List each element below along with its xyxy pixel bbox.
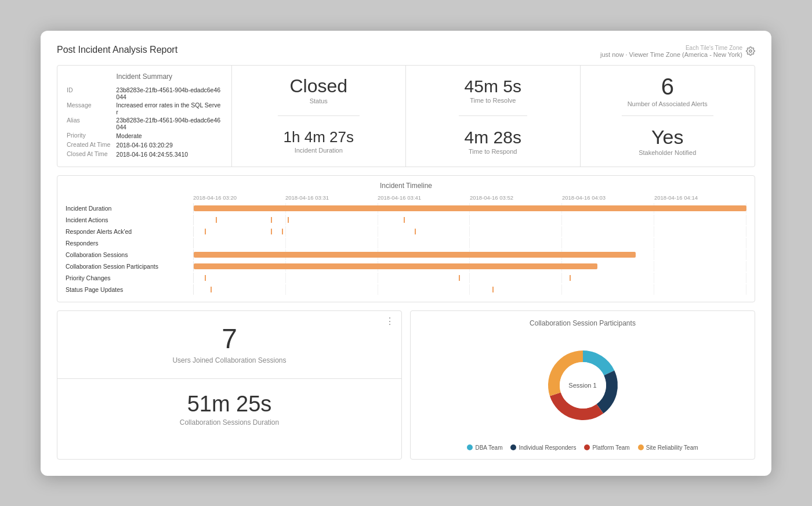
timeline-bar [194,252,636,258]
summary-field-label: ID [67,86,115,100]
timeline-row-track [193,226,746,237]
timeline-tick [288,217,289,223]
timeline-tick [459,275,460,281]
gear-icon[interactable] [746,46,755,56]
legend-label: Site Reliability Team [646,444,698,451]
timeline-tick [205,275,206,281]
timeline-row: Status Page Updates [66,284,746,295]
summary-field-value: 2018-04-16 04:24:55.3410 [116,150,222,158]
axis-label: 2018-04-16 04:03 [562,194,654,201]
timeline-title: Incident Timeline [66,182,746,190]
timeline-row-track [193,203,746,214]
closed-value: Closed [289,76,347,96]
timeline-row-label: Collaboration Session Participants [66,263,193,270]
summary-field-label: Closed At Time [67,150,115,158]
summary-field-label: Created At Time [67,141,115,149]
summary-row: MessageIncreased error rates in the SQL … [67,102,222,115]
axis-label: 2018-04-16 03:41 [378,194,470,201]
stakeholder-value: Yes [651,126,683,148]
timeline-row-label: Responders [66,240,193,247]
bottom-left: ⋮ 7 Users Joined Collaboration Sessions … [57,310,402,460]
timeline-chart: 2018-04-16 03:202018-04-16 03:312018-04-… [66,194,746,295]
summary-row: Closed At Time2018-04-16 04:24:55.3410 [67,150,222,158]
stat-resolve-respond: 45m 5s Time to Resolve 4m 28s Time to Re… [406,66,581,167]
timeline-row: Responders [66,238,746,248]
timeline-tick [404,217,405,223]
stat-resolve: 45m 5s Time to Resolve [459,68,527,112]
legend-dot [510,444,516,450]
collab-users-section: ⋮ 7 Users Joined Collaboration Sessions [57,311,401,379]
timeline-tick [216,217,217,223]
timezone-info: Each Tile's Time Zone just now · Viewer … [600,45,755,58]
timezone-line2: just now · Viewer Time Zone (America - N… [600,51,742,58]
stat-alerts: 6 Number of Associated Alerts [622,66,713,115]
timeline-row-label: Priority Changes [66,274,193,281]
timeline-tick [271,229,272,234]
legend: DBA TeamIndividual RespondersPlatform Te… [467,444,698,451]
stat-closed: Closed Status [278,68,360,113]
legend-dot [584,444,590,450]
timeline-row-label: Incident Actions [66,216,193,223]
axis-label: 2018-04-16 03:52 [470,194,562,201]
summary-row: ID23b8283e-21fb-4561-904b-edadc6e46044 [67,86,222,100]
timeline-row: Collaboration Session Participants [66,261,746,272]
collab-duration-label: Collaboration Sessions Duration [180,418,279,427]
timeline-row-track [193,273,746,283]
timeline-tick [570,275,571,281]
stat-alerts-stakeholder: 6 Number of Associated Alerts Yes Stakeh… [581,66,755,167]
timeline-row-label: Incident Duration [66,205,193,212]
timeline-tick [271,217,272,223]
axis-label: 2018-04-16 04:14 [654,194,746,201]
timeline-tick [205,229,206,234]
page-title: Post Incident Analysis Report [57,45,177,55]
timeline-row-track [193,250,746,260]
timeline-row-label: Status Page Updates [66,286,193,293]
collab-users-value: 7 [222,325,237,353]
donut-chart: Session 1 [531,333,635,438]
respond-value: 4m 28s [465,128,521,147]
legend-label: Individual Responders [519,444,576,451]
summary-field-value: Increased error rates in the SQL Server [116,102,222,115]
svg-point-0 [749,50,752,52]
timeline-row-track [193,238,746,248]
timeline-tick [282,229,283,234]
timeline-row: Incident Actions [66,215,746,225]
bottom-right: Collaboration Session Participants Sessi… [410,310,755,460]
closed-label: Status [310,97,328,104]
timezone-line1: Each Tile's Time Zone [600,45,742,51]
stat-respond: 4m 28s Time to Respond [459,120,527,163]
summary-field-value: 2018-04-16 03:20:29 [116,141,222,149]
timeline-row: Incident Duration [66,203,746,214]
dots-menu[interactable]: ⋮ [385,316,394,327]
stakeholder-label: Stakeholder Notified [639,149,696,156]
legend-item: Platform Team [584,444,629,451]
summary-field-value: 23b8283e-21fb-4561-904b-edadc6e46044 [116,86,222,100]
summary-row: Created At Time2018-04-16 03:20:29 [67,141,222,149]
timeline-row-track [193,261,746,272]
alerts-label: Number of Associated Alerts [628,100,708,107]
alerts-value: 6 [661,74,674,99]
summary-table: ID23b8283e-21fb-4561-904b-edadc6e46044Me… [66,85,223,160]
legend-dot [467,444,473,450]
summary-field-label: Message [67,102,115,115]
timeline-rows: Incident DurationIncident ActionsRespond… [66,203,746,295]
timeline-row-label: Responder Alerts Ack'ed [66,228,193,235]
timeline-row-track [193,284,746,295]
timeline-row: Responder Alerts Ack'ed [66,226,746,237]
axis-label: 2018-04-16 03:20 [193,194,285,201]
collab-duration-section: 51m 25s Collaboration Sessions Duration [57,379,401,440]
axis-label: 2018-04-16 03:31 [285,194,378,201]
incident-summary-title: Incident Summary [66,73,223,81]
legend-item: Individual Responders [510,444,576,451]
timeline-row: Priority Changes [66,273,746,283]
legend-item: Site Reliability Team [638,444,698,451]
stat-stakeholder: Yes Stakeholder Notified [622,118,713,164]
resolve-label: Time to Resolve [470,97,516,104]
summary-field-label: Alias [67,117,115,131]
respond-label: Time to Respond [469,148,517,155]
donut-container: Session 1 DBA TeamIndividual RespondersP… [420,333,745,451]
duration-value: 1h 4m 27s [284,129,354,146]
timeline-tick [415,229,416,234]
timeline-tick [211,287,212,292]
collab-chart-title: Collaboration Session Participants [420,319,745,327]
